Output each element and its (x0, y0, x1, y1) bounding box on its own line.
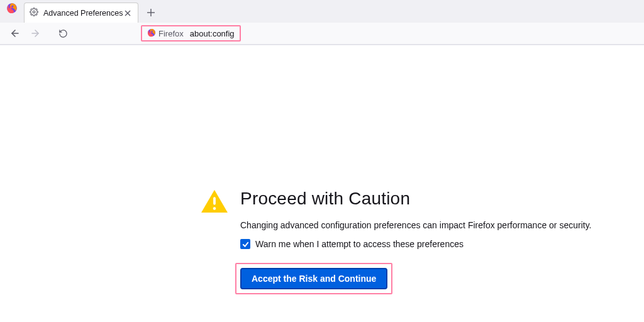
browser-tab[interactable]: Advanced Preferences (24, 3, 138, 23)
warning-checkbox-label: Warn me when I attempt to access these p… (255, 239, 464, 249)
warning-panel: Proceed with Caution Changing advanced c… (200, 189, 591, 294)
reload-button[interactable] (54, 25, 72, 42)
warning-icon (200, 189, 229, 216)
url-location: about:config (190, 29, 235, 38)
warning-description: Changing advanced configuration preferen… (240, 220, 591, 230)
close-icon[interactable] (123, 8, 133, 18)
accept-risk-button[interactable]: Accept the Risk and Continue (240, 268, 387, 289)
svg-point-1 (33, 11, 35, 13)
warning-title: Proceed with Caution (240, 189, 591, 209)
firefox-logo-icon (6, 3, 19, 15)
new-tab-button[interactable] (142, 4, 160, 21)
gear-icon (30, 8, 38, 18)
warning-text-block: Proceed with Caution Changing advanced c… (240, 189, 591, 294)
back-button[interactable] (6, 25, 24, 42)
browser-chrome: Advanced Preferences (0, 0, 644, 45)
tab-bar: Advanced Preferences (0, 0, 644, 23)
svg-point-10 (213, 207, 216, 210)
forward-button[interactable] (26, 25, 44, 42)
url-product-label: Firefox (158, 29, 184, 38)
url-bar[interactable]: Firefox about:config (141, 25, 241, 42)
firefox-icon (147, 28, 156, 39)
warning-checkbox-row[interactable]: Warn me when I attempt to access these p… (240, 239, 591, 249)
accept-button-highlight: Accept the Risk and Continue (235, 263, 392, 294)
svg-rect-9 (213, 197, 216, 204)
page-content: Proceed with Caution Changing advanced c… (0, 45, 644, 322)
warning-checkbox[interactable] (240, 239, 250, 249)
tab-title: Advanced Preferences (43, 9, 123, 18)
toolbar: Firefox about:config (0, 23, 644, 44)
